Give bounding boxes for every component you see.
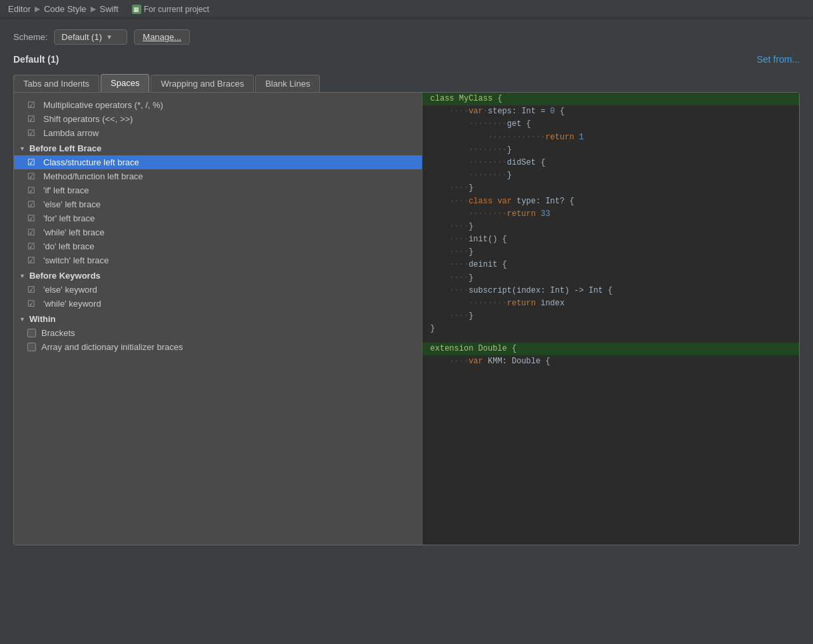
tab-tabs-indents[interactable]: Tabs and Indents xyxy=(13,75,99,92)
manage-button[interactable]: Manage... xyxy=(134,29,190,45)
code-line: ····var·steps: Int = 0 { xyxy=(422,105,799,118)
tab-bar: Tabs and Indents Spaces Wrapping and Bra… xyxy=(13,74,800,92)
code-line: ····class var type: Int? { xyxy=(422,195,799,208)
code-line: ········return index xyxy=(422,297,799,310)
list-item-multiplicative[interactable]: ☑ Multiplicative operators (*, /, %) xyxy=(14,98,422,112)
check-icon: ☑ xyxy=(27,255,38,265)
scheme-value: Default (1) xyxy=(61,32,102,42)
check-icon: ☑ xyxy=(27,157,38,167)
check-icon: ☑ xyxy=(27,299,38,309)
list-item-while-brace[interactable]: ☑ 'while' left brace xyxy=(14,225,422,239)
main-content: Scheme: Default (1) ▼ Manage... Default … xyxy=(0,19,813,556)
collapse-icon: ▼ xyxy=(19,145,25,152)
code-line: ····} xyxy=(422,182,799,195)
check-icon: ☑ xyxy=(27,213,38,223)
check-icon: ☑ xyxy=(27,199,38,209)
breadcrumb-editor[interactable]: Editor xyxy=(8,4,31,14)
list-item-array-dict[interactable]: Array and dictionary initializer braces xyxy=(14,340,422,354)
code-line: ········get { xyxy=(422,118,799,131)
list-item-do-brace[interactable]: ☑ 'do' left brace xyxy=(14,239,422,253)
breadcrumb-sep-2: ▶ xyxy=(91,5,96,13)
code-line: ····subscript(index: Int) -> Int { xyxy=(422,285,799,297)
code-line: } xyxy=(422,323,799,335)
title-row: Default (1) Set from... xyxy=(13,54,800,65)
breadcrumb-sep-1: ▶ xyxy=(35,5,40,13)
check-icon: ☑ xyxy=(27,128,38,138)
tab-spaces[interactable]: Spaces xyxy=(101,74,149,92)
check-icon: ☑ xyxy=(27,227,38,237)
code-line: ····var KMM: Double { xyxy=(422,355,799,368)
tab-blank-lines[interactable]: Blank Lines xyxy=(255,75,320,92)
code-gap xyxy=(422,336,799,343)
list-item-class-structure[interactable]: ☑ Class/structure left brace xyxy=(14,155,422,169)
list-item-brackets[interactable]: Brackets xyxy=(14,326,422,340)
check-icon: ☑ xyxy=(27,285,38,295)
list-item-lambda[interactable]: ☑ Lambda arrow xyxy=(14,126,422,140)
code-preview: class MyClass { ····var·steps: Int = 0 {… xyxy=(422,93,799,545)
list-item-switch-brace[interactable]: ☑ 'switch' left brace xyxy=(14,253,422,267)
list-item-shift[interactable]: ☑ Shift operators (<<, >>) xyxy=(14,112,422,126)
main-panel: ☑ Multiplicative operators (*, /, %) ☑ S… xyxy=(13,92,800,545)
code-line: ····init() { xyxy=(422,233,799,246)
check-unchecked-icon xyxy=(27,329,36,337)
code-line: ········} xyxy=(422,144,799,157)
code-line: class MyClass { xyxy=(422,93,799,105)
code-line: extension Double { xyxy=(422,343,799,355)
section-before-keywords[interactable]: ▼ Before Keywords xyxy=(14,267,422,283)
project-label: For current project xyxy=(144,5,209,14)
list-item-else-keyword[interactable]: ☑ 'else' keyword xyxy=(14,283,422,297)
scheme-dropdown[interactable]: Default (1) ▼ xyxy=(54,29,127,45)
breadcrumb-codestyle[interactable]: Code Style xyxy=(44,4,87,14)
section-before-left-brace[interactable]: ▼ Before Left Brace xyxy=(14,140,422,155)
check-icon: ☑ xyxy=(27,241,38,251)
list-item-method-function[interactable]: ☑ Method/function left brace xyxy=(14,169,422,183)
scheme-row: Scheme: Default (1) ▼ Manage... xyxy=(13,29,800,45)
check-icon: ☑ xyxy=(27,185,38,195)
settings-list: ☑ Multiplicative operators (*, /, %) ☑ S… xyxy=(14,93,422,545)
list-item-else-brace[interactable]: ☑ 'else' left brace xyxy=(14,197,422,211)
project-icon: ▦ xyxy=(132,5,141,14)
code-line: ····} xyxy=(422,246,799,259)
tab-wrapping[interactable]: Wrapping and Braces xyxy=(151,75,254,92)
check-icon: ☑ xyxy=(27,114,38,124)
project-indicator[interactable]: ▦ For current project xyxy=(132,5,209,14)
code-line: ····} xyxy=(422,310,799,323)
code-line: ············return 1 xyxy=(422,131,799,144)
check-unchecked-icon xyxy=(27,343,36,351)
collapse-icon: ▼ xyxy=(19,273,25,279)
collapse-icon: ▼ xyxy=(19,316,25,323)
set-from-link[interactable]: Set from... xyxy=(756,54,800,65)
check-icon: ☑ xyxy=(27,100,38,110)
section-within[interactable]: ▼ Within xyxy=(14,311,422,326)
scheme-title: Default (1) xyxy=(13,54,59,65)
list-item-for-brace[interactable]: ☑ 'for' left brace xyxy=(14,211,422,225)
list-item-if-brace[interactable]: ☑ 'if' left brace xyxy=(14,183,422,197)
code-line: ····deinit { xyxy=(422,259,799,271)
code-line: ········return 33 xyxy=(422,208,799,221)
top-bar: Editor ▶ Code Style ▶ Swift ▦ For curren… xyxy=(0,0,813,19)
list-item-while-keyword[interactable]: ☑ 'while' keyword xyxy=(14,297,422,311)
scheme-label: Scheme: xyxy=(13,32,47,42)
code-line: ········didSet { xyxy=(422,157,799,169)
chevron-down-icon: ▼ xyxy=(106,33,113,41)
check-icon: ☑ xyxy=(27,171,38,181)
code-line: ········} xyxy=(422,169,799,182)
breadcrumb-swift[interactable]: Swift xyxy=(100,4,119,14)
code-line: ····} xyxy=(422,221,799,233)
code-line: ····} xyxy=(422,272,799,285)
